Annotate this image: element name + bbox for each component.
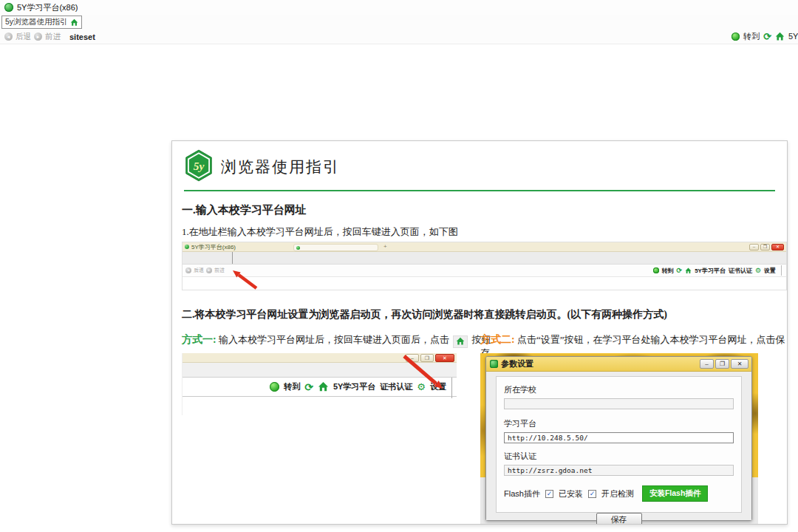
close-icon: ✕ <box>731 359 748 369</box>
close-icon: ✕ <box>435 354 454 362</box>
detect-checkbox: ✓ <box>588 490 596 498</box>
window-titlebar: 5Y学习平台(x86) <box>0 0 798 15</box>
close-icon: ✕ <box>771 244 784 250</box>
dialog-body: 所在学校 学习平台 证书认证 Flash插件 ✓ 已安装 ✓ 开启检测 安装Fl… <box>486 372 751 520</box>
new-tab-icon: + <box>383 243 387 250</box>
tab-browser-guide[interactable]: 5y浏览器使用指引 <box>1 16 82 29</box>
back-icon[interactable]: ◄ <box>4 33 13 41</box>
installed-label: 已安装 <box>559 488 583 499</box>
settings-dialog: 参数设置 – ❐ ✕ 所在学校 学习平台 证书认证 Flash插件 <box>485 356 752 521</box>
section2-heading: 二.将本校学习平台网址设置为浏览器启动页，再次访问浏览器时将直接跳转启动页。(以… <box>182 308 667 321</box>
flash-plugin-row: Flash插件 ✓ 已安装 ✓ 开启检测 安装Flash插件 <box>504 485 734 502</box>
screenshot1-titlebar: 5Y学习平台(x86) + – ❐ ✕ <box>183 242 786 252</box>
method2-label: 方式二: <box>480 334 515 345</box>
home-icon <box>318 381 329 392</box>
platform-label: 学习平台 <box>504 418 734 429</box>
maximize-icon: ❐ <box>420 354 434 362</box>
forward-icon[interactable]: ► <box>34 33 42 41</box>
main-toolbar: ◄ 后退 ► 前进 siteset 转到 ⟳ 5Y学习平台 <box>0 30 798 44</box>
logo-text: 5y <box>194 160 205 172</box>
minimize-icon: – <box>406 354 419 362</box>
school-field <box>504 398 734 409</box>
installed-checkbox: ✓ <box>545 490 553 498</box>
platform-link[interactable]: 5Y学习平台 <box>788 31 798 42</box>
go-icon[interactable] <box>732 33 740 41</box>
gear-icon: ⚙ <box>417 382 426 392</box>
window-title: 5Y学习平台(x86) <box>17 2 78 13</box>
back-icon: ◄ <box>185 267 191 273</box>
screenshot-browser-window: 5Y学习平台(x86) + – ❐ ✕ ◄ 后退 ► 前进 转到 ⟳ <box>182 242 787 290</box>
home-icon[interactable] <box>775 32 785 41</box>
platform-link: 5Y学习平台 <box>333 381 375 392</box>
forward-icon: ► <box>206 267 212 273</box>
m1-addressbar <box>183 363 457 378</box>
platform-field <box>504 432 734 443</box>
cert-label: 证书认证 <box>504 451 734 462</box>
cert-link: 证书认证 <box>380 381 412 392</box>
dialog-titlebar: 参数设置 – ❐ ✕ <box>486 357 751 372</box>
school-label: 所在学校 <box>504 384 734 395</box>
divider <box>232 252 233 264</box>
method1-text: 输入本校学习平台网址后，按回车键进入页面后，点击 <box>219 334 449 345</box>
screenshot1-addressbar <box>183 252 786 265</box>
screenshot-method1: – ❐ ✕ 转到 ⟳ 5Y学习平台 证书认证 ⚙ 设置 <box>182 353 457 415</box>
divider <box>451 378 452 398</box>
cert-link: 证书认证 <box>729 267 752 275</box>
refresh-icon[interactable]: ⟳ <box>763 32 771 41</box>
section1-heading: 一.输入本校学习平台网址 <box>182 203 307 217</box>
back-label[interactable]: 后退 <box>16 32 31 42</box>
method1-instruction: 方式一: 输入本校学习平台网址后，按回车键进入页面后，点击 按钮 <box>182 333 491 348</box>
save-button: 保存 <box>596 513 642 525</box>
back-label: 后退 <box>194 267 204 274</box>
dialog-title: 参数设置 <box>501 358 533 369</box>
siteset-label: siteset <box>69 33 95 41</box>
install-flash-button: 安装Flash插件 <box>642 485 708 502</box>
divider <box>781 265 782 276</box>
dialog-app-icon <box>490 360 498 368</box>
refresh-icon: ⟳ <box>677 267 683 274</box>
m1-toolbar: 转到 ⟳ 5Y学习平台 证书认证 ⚙ 设置 <box>183 378 457 397</box>
screenshot1-toolbar: ◄ 后退 ► 前进 转到 ⟳ 5Y学习平台 证书认证 ⚙ 设置 <box>183 265 786 277</box>
go-label: 转到 <box>662 267 674 275</box>
dialog-panel: 所在学校 学习平台 证书认证 Flash插件 ✓ 已安装 ✓ 开启检测 安装Fl… <box>496 376 742 513</box>
home-icon <box>685 267 692 274</box>
app-logo-icon <box>4 3 13 12</box>
platform-link: 5Y学习平台 <box>695 267 726 275</box>
divider <box>184 190 775 191</box>
tab-bar: 5y浏览器使用指引 <box>0 15 798 30</box>
go-icon <box>270 382 279 392</box>
cert-field <box>504 465 734 476</box>
flash-label: Flash插件 <box>504 488 540 499</box>
5y-logo: 5y <box>184 149 214 185</box>
tab-icon <box>296 246 300 250</box>
detect-label: 开启检测 <box>601 488 634 499</box>
guide-page: 5y 浏览器使用指引 一.输入本校学习平台网址 1.在地址栏输入本校学习平台网址… <box>171 140 788 525</box>
settings-label: 设置 <box>764 267 776 275</box>
minimize-icon: – <box>749 244 759 250</box>
app-logo-icon <box>185 245 189 249</box>
screenshot-method2: 参数设置 – ❐ ✕ 所在学校 学习平台 证书认证 Flash插件 <box>480 353 758 525</box>
forward-label: 前进 <box>214 267 225 274</box>
method1-label: 方式一: <box>182 334 216 345</box>
tab-label: 5y浏览器使用指引 <box>5 17 68 27</box>
screenshot1-tab <box>293 244 378 251</box>
m1-titlebar: – ❐ ✕ <box>183 353 457 363</box>
home-icon <box>70 18 78 27</box>
refresh-icon: ⟳ <box>304 382 313 392</box>
settings-label: 设置 <box>430 381 446 392</box>
minimize-icon: – <box>700 359 714 369</box>
section1-step: 1.在地址栏输入本校学习平台网址后，按回车键进入页面，如下图 <box>182 225 458 239</box>
maximize-icon: ❐ <box>760 244 770 250</box>
gear-icon: ⚙ <box>755 267 761 274</box>
home-button-chip <box>453 335 468 348</box>
screenshot1-title: 5Y学习平台(x86) <box>191 243 236 251</box>
forward-label[interactable]: 前进 <box>45 32 61 42</box>
page-title: 浏览器使用指引 <box>221 157 340 177</box>
go-icon <box>653 267 659 273</box>
go-label[interactable]: 转到 <box>743 31 760 42</box>
go-label: 转到 <box>284 381 300 392</box>
maximize-icon: ❐ <box>715 359 729 369</box>
